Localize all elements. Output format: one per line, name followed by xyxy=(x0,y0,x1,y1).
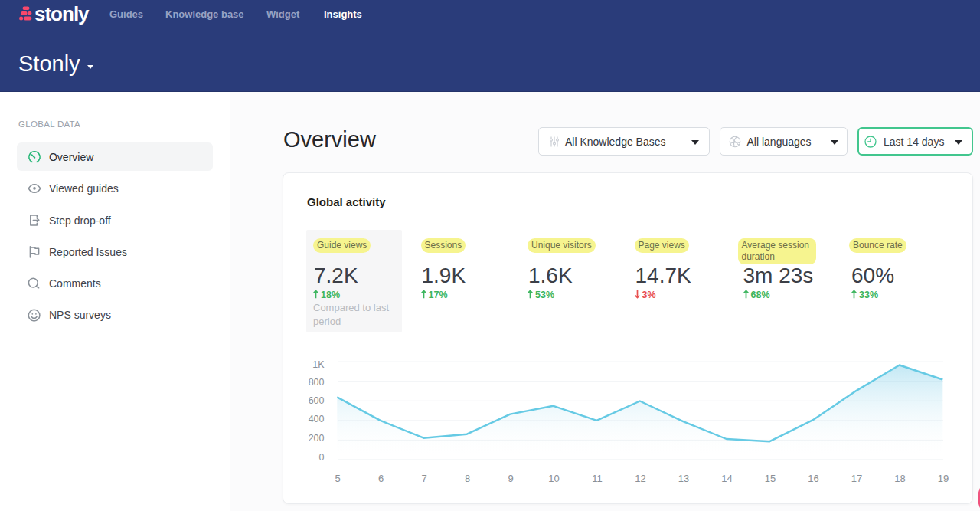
svg-text:800: 800 xyxy=(309,377,325,388)
svg-text:11: 11 xyxy=(592,473,603,484)
svg-text:13: 13 xyxy=(678,473,689,484)
svg-text:10: 10 xyxy=(548,473,559,484)
svg-text:8: 8 xyxy=(465,473,470,484)
svg-text:1K: 1K xyxy=(312,359,325,370)
svg-text:600: 600 xyxy=(309,395,325,406)
svg-text:7: 7 xyxy=(421,473,426,484)
svg-text:16: 16 xyxy=(808,473,818,484)
svg-text:17: 17 xyxy=(851,473,862,484)
svg-text:19: 19 xyxy=(938,473,949,484)
svg-text:15: 15 xyxy=(765,473,776,484)
svg-text:9: 9 xyxy=(508,473,513,484)
svg-text:18: 18 xyxy=(894,473,905,484)
svg-text:5: 5 xyxy=(335,473,340,484)
svg-text:0: 0 xyxy=(319,452,325,463)
svg-text:12: 12 xyxy=(635,473,645,484)
svg-text:14: 14 xyxy=(721,473,732,484)
svg-text:200: 200 xyxy=(309,433,325,444)
svg-text:400: 400 xyxy=(309,414,325,424)
svg-text:6: 6 xyxy=(378,473,384,484)
